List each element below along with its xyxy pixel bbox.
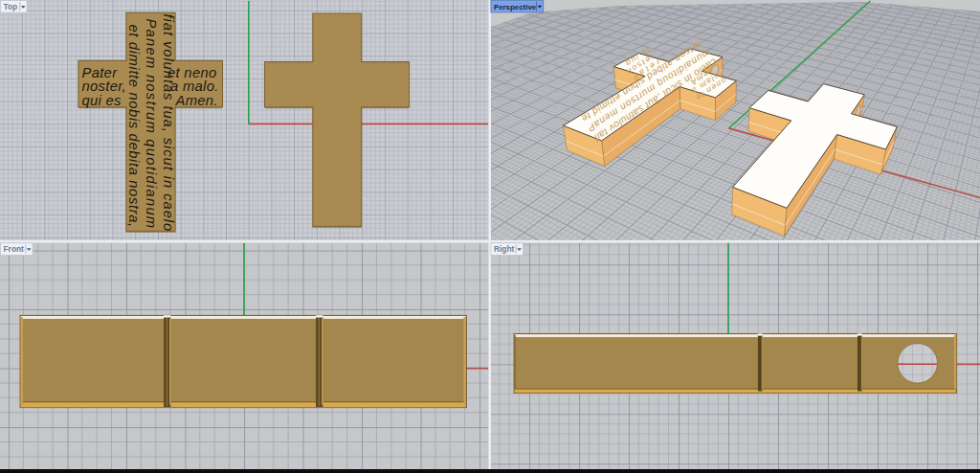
svg-text:Right: Right [494, 244, 515, 254]
svg-text:qui es: qui es [82, 93, 122, 108]
svg-text:et dimitte nobis debita nostr: et dimitte nobis debita nostra, [126, 25, 142, 228]
svg-text:Front: Front [4, 244, 25, 254]
svg-text:fiat voluntas tua, sicut in ca: fiat voluntas tua, sicut in caelo [161, 14, 176, 232]
svg-text:Perspective: Perspective [494, 3, 537, 11]
svg-text:Amen.: Amen. [175, 93, 218, 108]
svg-text:Panem nostrum quotidianum: Panem nostrum quotidianum [144, 19, 159, 229]
svg-text:Top: Top [4, 2, 18, 11]
